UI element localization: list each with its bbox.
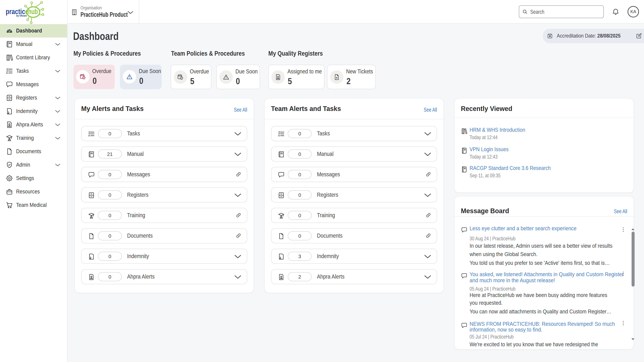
svg-text:ehub: ehub	[25, 7, 38, 15]
svg-text:by ⚕Avant: by ⚕Avant	[16, 14, 27, 17]
